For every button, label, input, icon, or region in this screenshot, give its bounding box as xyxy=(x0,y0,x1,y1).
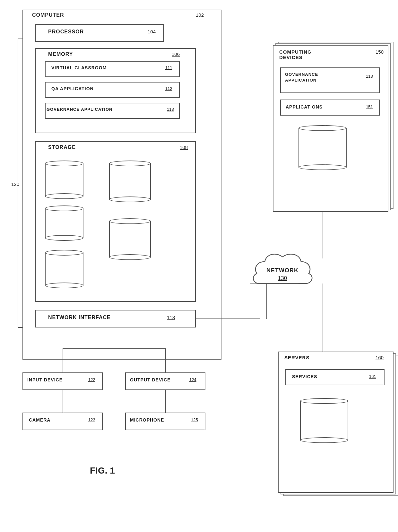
input-to-camera-line xyxy=(63,390,63,413)
governance-application-cd-label: GOVERNANCEAPPLICATION xyxy=(285,72,318,83)
computing-devices-label: COMPUTINGDEVICES xyxy=(279,49,312,60)
content-sv-cyl-top xyxy=(300,398,348,404)
microphone-ref: 125 xyxy=(191,417,198,422)
fig-label: FIG. 1 xyxy=(90,466,115,476)
svg-text:130: 130 xyxy=(278,275,287,281)
computer-label: COMPUTER xyxy=(32,12,64,18)
ni-network-h-conn xyxy=(250,283,266,284)
corpus-cyl-bottom xyxy=(45,193,83,199)
content-sv-cyl-bottom xyxy=(300,437,348,443)
profiles-cyl-body xyxy=(45,253,83,285)
content-sv-cylinder: CONTENT 162 xyxy=(300,398,348,443)
corpus-cyl-body xyxy=(45,163,83,196)
rules-cyl-top xyxy=(45,205,83,211)
network-interface-ref: 118 xyxy=(167,315,175,320)
content-sv-cyl-body xyxy=(300,401,348,440)
memory-label: MEMORY xyxy=(48,51,73,57)
qa-application-ref: 112 xyxy=(165,86,172,91)
camera-ref: 123 xyxy=(88,417,95,422)
profiles-cyl-top xyxy=(45,250,83,256)
input-output-h-line xyxy=(63,348,165,349)
ref-120: 120 xyxy=(11,181,19,187)
computer-ref: 102 xyxy=(196,12,204,18)
governance-application-cd-ref: 113 xyxy=(366,74,373,79)
processor-ref: 104 xyxy=(148,29,156,34)
content-cd-cyl-top xyxy=(298,125,347,131)
memory-ref: 106 xyxy=(172,51,180,57)
ref120-line-h xyxy=(18,39,23,39)
network-to-servers-line xyxy=(323,283,323,353)
output-device-label: OUTPUT DEVICE xyxy=(130,377,171,382)
content-cd-cyl-bottom xyxy=(298,164,347,170)
servers-ref: 160 xyxy=(376,355,384,360)
computer-to-input-line xyxy=(63,348,63,373)
schedules-cylinder: SCHEDULES 119 xyxy=(109,218,151,260)
microphone-label: MICROPHONE xyxy=(130,417,164,423)
corpus-cylinder: CORPUS 114 xyxy=(45,161,83,199)
computing-devices-ref: 150 xyxy=(376,49,384,55)
diagram: COMPUTER 102 PROCESSOR 104 MEMORY 106 VI… xyxy=(10,6,388,527)
output-device-ref: 124 xyxy=(189,377,196,382)
storage-label: STORAGE xyxy=(48,144,76,150)
input-device-ref: 122 xyxy=(88,377,95,382)
computer-to-output-line xyxy=(165,348,166,373)
storage-ref: 108 xyxy=(180,144,188,150)
applications-ref: 151 xyxy=(366,104,373,109)
ontologies-cylinder: ONTOLOGIES 116 xyxy=(109,161,151,202)
input-device-label: INPUT DEVICE xyxy=(27,377,63,382)
camera-label: CAMERA xyxy=(29,417,50,423)
network-cloud: NETWORK 130 xyxy=(250,250,315,302)
governance-application-mem-ref: 113 xyxy=(167,107,174,112)
virtual-classroom-ref: 111 xyxy=(165,65,172,70)
rules-cyl-body xyxy=(45,208,83,238)
services-label: SERVICES xyxy=(292,374,317,379)
ni-to-cloud-v xyxy=(266,283,267,319)
corpus-cyl-top xyxy=(45,161,83,166)
schedules-cyl-bottom xyxy=(109,254,151,260)
svg-text:NETWORK: NETWORK xyxy=(266,267,298,274)
ontologies-cyl-bottom xyxy=(109,196,151,202)
ref120-line-h2 xyxy=(18,327,23,328)
ni-to-cloud-h2 xyxy=(266,283,298,284)
servers-label: SERVERS xyxy=(284,355,309,360)
rules-cyl-bottom xyxy=(45,235,83,241)
services-ref: 161 xyxy=(369,374,376,379)
content-cd-cylinder: CONTENT 152 xyxy=(298,125,347,170)
profiles-cyl-bottom xyxy=(45,283,83,288)
schedules-cyl-body xyxy=(109,221,151,257)
profiles-cylinder: PROFILES 117 xyxy=(45,250,83,288)
ontologies-cyl-top xyxy=(109,161,151,166)
processor-label: PROCESSOR xyxy=(48,29,84,35)
output-to-mic-line xyxy=(165,390,166,413)
rules-cylinder: RULES 115 xyxy=(45,205,83,241)
network-interface-label: NETWORK INTERFACE xyxy=(48,315,111,320)
virtual-classroom-label: VIRTUAL CLASSROOM xyxy=(51,65,107,70)
ni-network-h-line2 xyxy=(196,318,252,319)
schedules-cyl-top xyxy=(109,218,151,224)
applications-label: APPLICATIONS xyxy=(286,104,323,109)
ontologies-cyl-body xyxy=(109,163,151,199)
content-cd-cyl-body xyxy=(298,128,347,167)
qa-application-label: QA APPLICATION xyxy=(51,86,94,91)
governance-application-mem-label: GOVERNANCE APPLICATION xyxy=(47,107,112,112)
